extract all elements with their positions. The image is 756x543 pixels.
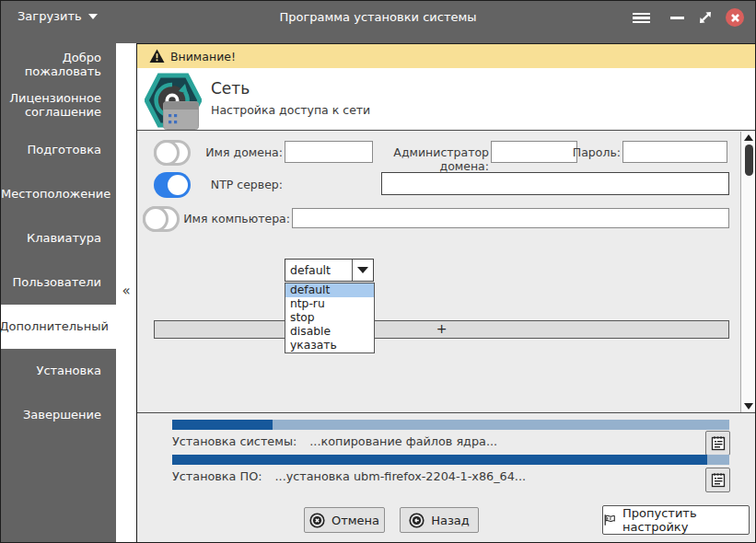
- domain-toggle[interactable]: [154, 140, 191, 166]
- sidebar-item-preparation[interactable]: Подготовка: [1, 143, 109, 156]
- section-title: Сеть: [211, 79, 250, 98]
- skip-label: Пропустить настройку: [622, 506, 749, 534]
- app-window-icon: [163, 101, 199, 130]
- hostname-label: Имя компьютера:: [170, 212, 290, 225]
- software-progress-status: ...установка ubm-firefox-2204-1-x86_64..…: [275, 469, 527, 483]
- domain-admin-input[interactable]: [491, 141, 577, 163]
- sidebar-item-users[interactable]: Пользователи: [1, 275, 109, 289]
- dropdown-option-disable[interactable]: disable: [285, 325, 374, 339]
- scrollbar-thumb[interactable]: [745, 144, 753, 176]
- software-progress-row: Установка ПО: ...установка ubm-firefox-2…: [172, 469, 526, 483]
- log-icon: [711, 472, 726, 488]
- titlebar: Загрузить Программа установки системы: [1, 1, 755, 34]
- minimize-button[interactable]: [666, 8, 688, 27]
- software-progress-fill: [172, 455, 707, 465]
- skip-settings-button[interactable]: Пропустить настройку: [602, 505, 750, 535]
- toggle-knob: [154, 140, 180, 166]
- hamburger-icon: [633, 13, 650, 23]
- sidebar: Добро пожаловать Лицензионное соглашение…: [1, 43, 116, 543]
- sidebar-item-keyboard[interactable]: Клавиатура: [1, 231, 109, 245]
- software-progress-label: Установка ПО:: [172, 469, 262, 483]
- sidebar-item-license[interactable]: Лицензионное соглашение: [1, 91, 109, 120]
- software-progress-bar: [172, 455, 729, 465]
- password-label: Пароль:: [570, 145, 621, 159]
- system-progress-fill: [172, 420, 273, 430]
- sidebar-item-finish[interactable]: Завершение: [1, 408, 109, 422]
- system-progress-label: Установка системы:: [172, 434, 297, 448]
- ntp-select[interactable]: default: [285, 259, 374, 282]
- maximize-button[interactable]: [694, 8, 716, 27]
- warning-icon: [149, 49, 165, 64]
- combo-arrow-button[interactable]: [352, 260, 373, 281]
- main-panel: Внимание! Сеть Настройка доступа к с: [136, 43, 756, 543]
- section-subtitle: Настройка доступа к сети: [211, 103, 370, 117]
- add-row-button[interactable]: +: [154, 320, 729, 339]
- chevron-down-icon: [357, 267, 368, 273]
- back-icon: [409, 513, 425, 528]
- vertical-scrollbar[interactable]: [740, 132, 756, 412]
- cancel-icon: [309, 513, 325, 528]
- cancel-label: Отмена: [331, 514, 379, 527]
- sidebar-item-additional[interactable]: Дополнительный: [1, 305, 116, 349]
- dropdown-option-default[interactable]: default: [285, 283, 374, 297]
- sidebar-gutter: «: [116, 43, 136, 543]
- cancel-button[interactable]: Отмена: [304, 507, 385, 533]
- menu-button[interactable]: [630, 8, 652, 27]
- resize-diagonal-icon: [697, 9, 714, 26]
- hostname-input[interactable]: [292, 208, 729, 228]
- close-button[interactable]: [726, 8, 744, 27]
- dropdown-option-stop[interactable]: stop: [285, 311, 374, 325]
- ntp-label: NTP сервер:: [191, 178, 283, 191]
- ntp-selected-value: default: [285, 263, 352, 277]
- system-progress-row: Установка системы: ...копирование файлов…: [172, 434, 497, 448]
- sidebar-item-location[interactable]: Местоположение: [1, 187, 109, 201]
- log-icon: [711, 435, 726, 451]
- dropdown-option-ntp-ru[interactable]: ntp-ru: [285, 297, 374, 311]
- flag-icon: [603, 513, 616, 527]
- warning-text: Внимание!: [170, 50, 236, 64]
- section-header: Сеть Настройка доступа к сети: [137, 68, 756, 131]
- sidebar-item-welcome[interactable]: Добро пожаловать: [1, 51, 109, 79]
- system-log-button[interactable]: [705, 431, 730, 456]
- domain-label: Имя домена:: [191, 145, 283, 159]
- ntp-toggle[interactable]: [154, 172, 191, 198]
- dropdown-option-custom[interactable]: указать: [285, 339, 374, 352]
- toggle-knob: [168, 175, 188, 195]
- system-progress-bar: [172, 420, 729, 430]
- back-button[interactable]: Назад: [400, 507, 479, 533]
- ntp-dropdown-list: default ntp-ru stop disable указать: [285, 283, 375, 353]
- password-input[interactable]: [622, 141, 727, 163]
- scroll-down-icon[interactable]: [744, 403, 753, 410]
- domain-admin-label: Администратор домена:: [369, 145, 489, 173]
- ntp-server-input[interactable]: [381, 172, 729, 195]
- scroll-up-icon[interactable]: [744, 134, 753, 141]
- toggle-knob: [143, 206, 169, 232]
- network-form: Имя домена: Администратор домена: Пароль…: [137, 131, 756, 413]
- domain-input[interactable]: [285, 141, 373, 163]
- software-log-button[interactable]: [705, 468, 730, 492]
- installer-window: Загрузить Программа установки системы До…: [0, 0, 756, 543]
- minimize-icon: [670, 17, 684, 19]
- close-icon: [730, 13, 740, 23]
- sidebar-item-install[interactable]: Установка: [1, 364, 109, 377]
- back-label: Назад: [431, 514, 470, 527]
- warning-banner: Внимание!: [137, 44, 756, 68]
- sidebar-collapse-button[interactable]: «: [119, 283, 134, 299]
- system-progress-status: ...копирование файлов ядра...: [309, 434, 497, 448]
